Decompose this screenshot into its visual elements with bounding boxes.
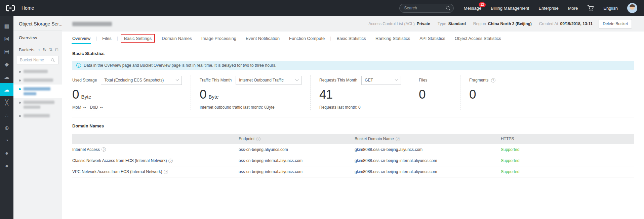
meta-item: Created At 09/19/2018, 13:11 <box>539 21 593 26</box>
more-link[interactable]: More <box>568 6 578 11</box>
requests-select[interactable]: GET <box>361 76 401 85</box>
traffic-label: Traffic This Month <box>200 78 232 83</box>
tab-ranking-statistics[interactable]: Ranking Statistics <box>371 32 415 45</box>
global-search-input[interactable] <box>404 6 441 10</box>
apps-grid-icon[interactable]: ▦ <box>0 19 13 32</box>
used-storage-select[interactable]: Total (Excluding ECS Snapshots) <box>101 76 182 85</box>
files-label: Files <box>419 78 427 83</box>
stat-traffic: Traffic This Month Internet Outbound Tra… <box>191 75 310 110</box>
bucket-bullet-icon <box>19 115 21 117</box>
refresh-icon[interactable]: ↻ <box>43 47 46 52</box>
bucket-domain-help-icon[interactable] <box>396 137 400 141</box>
traffic-unit: Byte <box>209 94 219 100</box>
bucket-title-blurred <box>72 22 112 26</box>
endpoint-value: oss-cn-beijing.aliyuncs.com <box>239 147 288 152</box>
cloud-product-icon[interactable]: ☁ <box>0 70 13 83</box>
share-nodes-icon[interactable]: ∴ <box>0 109 13 121</box>
tab-function-compute[interactable]: Function Compute <box>284 32 329 45</box>
tab-image-processing[interactable]: Image Processing <box>197 32 241 45</box>
access-type-label: VPC Network Access from ECS (Internal Ne… <box>72 169 162 174</box>
bucket-list-item[interactable] <box>13 98 62 111</box>
stat-files: Files 0 <box>410 75 460 110</box>
media-cross-icon[interactable]: ╳ <box>0 96 13 109</box>
globe-icon[interactable]: ⊕ <box>0 121 13 134</box>
dot-icon-2[interactable]: ● <box>0 160 13 172</box>
alibaba-cloud-logo-icon[interactable] <box>5 4 16 12</box>
cdn-icon[interactable]: ◔ <box>0 134 13 147</box>
bucket-name-blurred <box>24 101 54 104</box>
table-row: Classic Network Access from ECS (Interna… <box>72 155 634 166</box>
fragments-value: 0 <box>469 88 476 102</box>
used-storage-unit: Byte <box>81 94 91 100</box>
bucket-search[interactable] <box>17 56 58 64</box>
sort-icon[interactable]: ⇅ <box>49 47 52 52</box>
bucket-name-blurred-line2 <box>24 92 36 95</box>
used-storage-value: 0 <box>72 88 79 102</box>
bucket-list-item[interactable] <box>13 76 62 85</box>
chevron-down-icon <box>395 77 398 81</box>
bucket-domain-column-header: Bucket Domain Name <box>355 136 394 141</box>
tab-object-access-statistics[interactable]: Object Access Statistics <box>450 32 506 45</box>
https-status: Supported <box>501 158 519 163</box>
bucket-list-item[interactable] <box>13 111 62 120</box>
tab-separator: | <box>116 36 119 41</box>
bucket-search-input[interactable] <box>20 58 48 62</box>
cart-icon[interactable] <box>587 5 594 11</box>
search-divider <box>443 6 443 10</box>
table-row: VPC Network Access from ECS (Internal Ne… <box>72 166 634 177</box>
used-storage-label: Used Storage <box>72 78 97 83</box>
stat-requests: Requests This Month GET 41 Requests last… <box>310 75 410 110</box>
chevron-down-icon <box>295 77 299 81</box>
bucket-domain-value: gkim8088.oss-cn-beijing.aliyuncs.com <box>355 147 422 152</box>
access-type-label: Classic Network Access from ECS (Interna… <box>72 158 167 163</box>
security-shield-icon[interactable]: ◆ <box>0 58 13 70</box>
home-link[interactable]: Home <box>22 5 34 11</box>
stat-fragments: Fragments 0 <box>460 75 634 110</box>
tab-basic-statistics[interactable]: Basic Statistics <box>332 32 370 45</box>
bucket-bullet-icon <box>19 79 21 81</box>
tab-basic-settings[interactable]: Basic Settings <box>121 34 155 43</box>
user-avatar[interactable] <box>627 3 637 13</box>
endpoint-help-icon[interactable] <box>256 137 260 141</box>
dod-label[interactable]: DoD <box>90 105 98 110</box>
stat-used-storage: Used Storage Total (Excluding ECS Snapsh… <box>72 75 191 110</box>
tab-separator: | <box>95 36 97 41</box>
tab-overview[interactable]: Overview <box>68 32 95 45</box>
search-icon[interactable] <box>446 6 451 11</box>
expand-icon[interactable]: ⊡ <box>55 47 58 52</box>
tab-api-statistics[interactable]: API Statistics <box>415 32 450 45</box>
tab-files[interactable]: Files <box>97 32 116 45</box>
billing-management-link[interactable]: Billing Management <box>491 6 529 11</box>
meta-item: Region China North 2 (Beijing) <box>473 21 532 26</box>
enterprise-link[interactable]: Enterprise <box>538 6 558 11</box>
bucket-search-icon[interactable] <box>51 58 55 62</box>
oss-icon[interactable]: ☁ <box>0 83 13 96</box>
access-type-help-icon[interactable] <box>164 170 168 174</box>
global-search[interactable] <box>399 4 454 13</box>
dod-value: -- <box>100 105 103 110</box>
message-link[interactable]: Message 12 <box>464 6 482 11</box>
access-type-help-icon[interactable] <box>102 147 106 152</box>
tab-event-notification[interactable]: Event Notification <box>241 32 284 45</box>
sidebar-item-overview[interactable]: Overview <box>13 31 62 45</box>
tab-domain-names[interactable]: Domain Names <box>157 32 197 45</box>
server-icon[interactable]: ▤ <box>0 45 13 58</box>
network-icon[interactable]: ⋈ <box>0 32 13 45</box>
delete-bucket-button[interactable]: Delete Bucket <box>599 19 632 29</box>
table-row: Internet Access oss-cn-beijing.aliyuncs.… <box>72 144 634 155</box>
bucket-name-blurred <box>24 70 48 73</box>
language-selector[interactable]: English <box>603 6 618 11</box>
buckets-label: Buckets <box>19 47 36 52</box>
dot-icon[interactable]: ● <box>0 147 13 160</box>
mom-label[interactable]: MoM <box>72 105 81 110</box>
fragments-help-icon[interactable] <box>491 78 495 83</box>
bucket-list-item[interactable] <box>13 67 62 76</box>
access-type-label: Internet Access <box>72 147 100 152</box>
access-type-help-icon[interactable] <box>168 159 173 163</box>
bucket-bullet-icon <box>19 88 21 90</box>
bucket-list-item[interactable] <box>13 85 62 98</box>
traffic-select[interactable]: Internet Outbound Traffic <box>236 76 301 85</box>
fragments-label: Fragments <box>469 78 488 83</box>
add-bucket-icon[interactable]: + <box>38 47 41 52</box>
https-status: Supported <box>501 169 519 174</box>
